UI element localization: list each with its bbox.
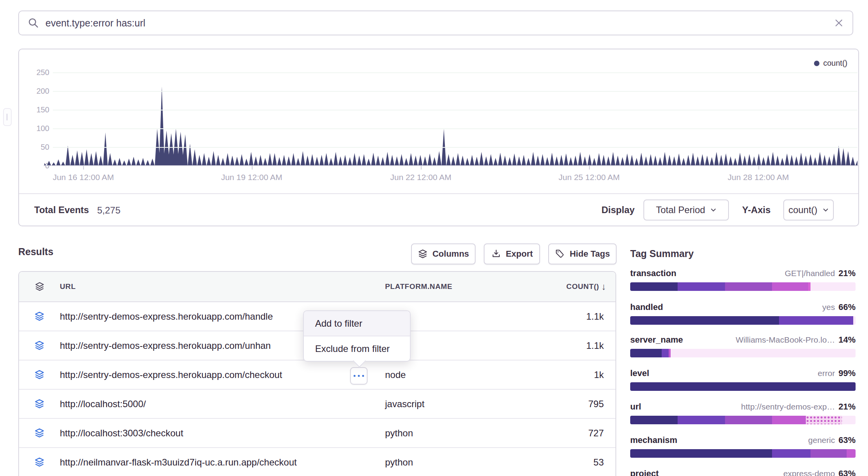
chevron-down-icon <box>823 207 829 213</box>
cell-actions-button[interactable] <box>350 367 368 385</box>
tag-bar-segment[interactable] <box>630 316 779 325</box>
sort-desc-icon: ↓ <box>601 281 606 292</box>
tag-bar-segment[interactable] <box>772 449 810 458</box>
x-axis-tick <box>421 166 422 170</box>
export-button[interactable]: Export <box>484 243 540 264</box>
tag-bar-segment[interactable] <box>662 349 668 357</box>
stack-icon <box>35 282 45 292</box>
tag-bar-segment[interactable] <box>772 282 808 291</box>
x-axis-tick-label: Jun 28 12:00 AM <box>708 173 809 182</box>
download-icon <box>491 249 501 259</box>
platform-cell: javascript <box>385 399 533 410</box>
chart-plot-area: Jun 16 12:00 AMJun 19 12:00 AMJun 22 12:… <box>44 67 858 166</box>
drawer-resize-handle[interactable] <box>3 108 12 126</box>
gridline <box>53 72 858 73</box>
hide-tags-button[interactable]: Hide Tags <box>548 243 617 264</box>
url-cell-link[interactable]: http://neilmanvar-flask-m3uuizd7iq-uc.a.… <box>60 457 385 468</box>
tag-percentage: 66% <box>838 302 856 312</box>
tag-percentage: 63% <box>838 435 856 445</box>
tag-distribution-bar[interactable] <box>630 449 856 458</box>
tag-top-value: express-demo63% <box>783 469 856 476</box>
tag-bar-segment[interactable] <box>847 449 856 458</box>
tag-distribution-bar[interactable] <box>630 416 856 424</box>
tag-bar-segment[interactable] <box>806 416 842 424</box>
platform-cell: python <box>385 428 533 439</box>
table-header-row: URL PLATFORM.NAME COUNT() ↓ <box>19 272 615 302</box>
column-header-count[interactable]: COUNT() ↓ <box>566 281 615 292</box>
y-axis-label: Y-Axis <box>742 205 770 215</box>
tag-bar-segment[interactable] <box>725 416 772 424</box>
tag-bar-segment[interactable] <box>630 416 678 424</box>
tag-percentage: 14% <box>838 335 856 345</box>
tag-bar-segment[interactable] <box>779 316 853 325</box>
tag-bar-segment[interactable] <box>630 282 678 291</box>
display-select[interactable]: Total Period <box>643 200 729 220</box>
tag-name: handled <box>630 302 663 312</box>
chart-area-svg <box>44 67 858 166</box>
tag-bar-segment[interactable] <box>630 349 662 357</box>
tag-summary-row: handled yes66% <box>630 302 856 325</box>
tag-bar-segment[interactable] <box>808 282 810 291</box>
tag-distribution-bar[interactable] <box>630 382 856 391</box>
chart-footer: Total Events 5,275 Display Total Period … <box>19 193 858 226</box>
platform-cell: python <box>385 457 533 468</box>
count-cell: 1.1k <box>586 311 615 322</box>
gridline <box>53 110 858 110</box>
x-axis-tick <box>589 166 590 170</box>
tag-summary-row: server_name Williams-MacBook-Pro.lo…14% <box>630 335 856 357</box>
search-input[interactable]: event.type:error has:url <box>45 18 834 29</box>
cell-context-menu: Add to filter Exclude from filter <box>303 310 411 362</box>
stack-icon <box>34 340 45 351</box>
stack-icon <box>34 428 45 438</box>
gridline <box>53 91 858 92</box>
tag-percentage: 63% <box>838 469 856 476</box>
tag-percentage: 21% <box>838 402 856 411</box>
search-bar[interactable]: event.type:error has:url <box>18 10 853 35</box>
tag-name: transaction <box>630 268 676 278</box>
tag-top-value: error99% <box>818 368 856 378</box>
url-cell-link[interactable]: http://localhost:3003/checkout <box>60 428 385 439</box>
tag-percentage: 21% <box>838 268 856 278</box>
tag-distribution-bar[interactable] <box>630 316 856 325</box>
platform-cell: node <box>385 369 533 380</box>
tag-top-value: yes66% <box>822 302 856 312</box>
gridline <box>53 147 858 148</box>
tag-bar-segment[interactable] <box>630 382 856 391</box>
display-label: Display <box>601 205 634 215</box>
tag-bar-segment[interactable] <box>630 449 772 458</box>
tag-bar-segment[interactable] <box>669 349 671 357</box>
chart-legend[interactable]: count() <box>814 59 847 68</box>
ellipsis-icon <box>354 375 356 377</box>
tag-name: server_name <box>630 335 683 345</box>
tag-distribution-bar[interactable] <box>630 349 856 357</box>
clear-search-icon[interactable] <box>834 18 844 28</box>
tag-name: mechanism <box>630 435 677 445</box>
tag-bar-segment[interactable] <box>772 416 806 424</box>
x-axis-tick-label: Jun 16 12:00 AM <box>33 173 134 182</box>
url-cell-link[interactable]: http://localhost:5000/ <box>60 399 385 410</box>
search-icon <box>28 17 39 29</box>
tag-bar-segment[interactable] <box>810 449 847 458</box>
table-row: http://sentry-demos-express.herokuapp.co… <box>19 360 615 390</box>
discover-results-page: event.type:error has:url count() 0501001… <box>0 0 868 476</box>
tag-summary-row: url http://sentry-demos-exp…21% <box>630 402 856 424</box>
chevron-down-icon <box>710 207 716 213</box>
tag-bar-segment[interactable] <box>678 282 725 291</box>
legend-series-dot <box>814 61 819 66</box>
tag-bar-segment[interactable] <box>678 416 725 424</box>
add-to-filter-menu-item[interactable]: Add to filter <box>304 311 410 336</box>
tag-distribution-bar[interactable] <box>630 282 856 291</box>
url-cell-link[interactable]: http://sentry-demos-express.herokuapp.co… <box>60 369 385 380</box>
x-axis-tick-label: Jun 19 12:00 AM <box>201 173 302 182</box>
y-axis-select[interactable]: count() <box>783 200 834 220</box>
columns-button[interactable]: Columns <box>411 243 476 264</box>
events-chart-panel: count() 050100150200250 Jun 16 12:00 AMJ… <box>18 49 859 226</box>
tag-icon <box>555 249 565 259</box>
legend-series-label: count() <box>823 59 847 68</box>
tag-percentage: 99% <box>838 368 856 378</box>
tag-bar-segment[interactable] <box>725 282 772 291</box>
total-events-label: Total Events <box>34 205 89 215</box>
column-header-platform[interactable]: PLATFORM.NAME <box>385 282 533 291</box>
results-table: URL PLATFORM.NAME COUNT() ↓ http://sentr… <box>18 271 616 476</box>
column-header-url[interactable]: URL <box>60 282 385 291</box>
